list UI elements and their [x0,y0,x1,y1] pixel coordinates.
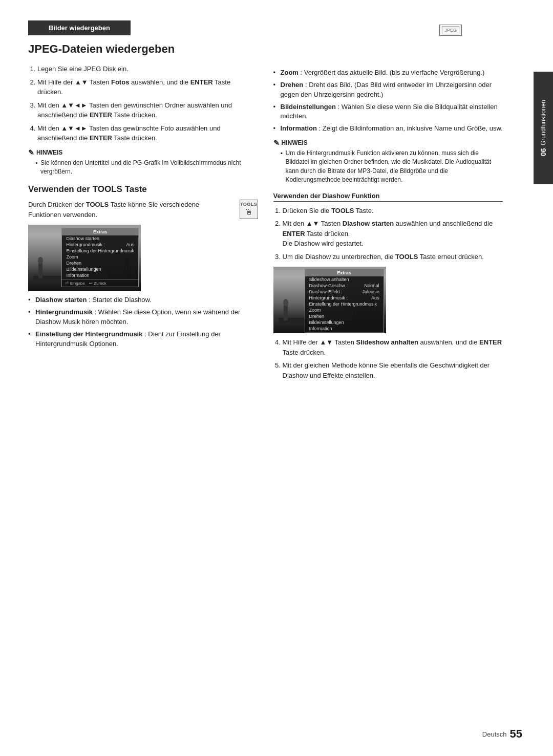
tools-bullet-list: Diashow starten : Startet die Diashow. H… [28,295,258,349]
bullet-zoom: Zoom : Vergrößert das aktuelle Bild. (bi… [273,68,503,78]
hinweis-item-2: Um die Hintergrundmusik Funktion aktivie… [281,149,503,185]
left-column: Legen Sie eine JPEG Disk ein. Mit Hilfe … [28,64,258,385]
page-title: JPEG-Dateien wiedergeben [28,42,503,56]
bullet-diashow: Diashow starten : Startet die Diashow. [28,295,258,305]
bullet-hintergrundmusik: Hintergrundmusik : Wählen Sie diese Opti… [28,308,258,327]
hinweis-label-2: HINWEIS [273,139,503,147]
diashow-continued-steps: Mit Hilfe der ▲▼ Tasten Slideshow anhalt… [273,337,503,380]
menu2-item-5: Zoom [305,307,384,313]
tools-intro: Durch Drücken der TOOLS Taste könne Sie … [28,200,258,220]
menu2-item-3: Hintergrundmusik :Aus [305,295,384,301]
bullet-bildeinstellungen: Bildeinstellungen : Wählen Sie diese wen… [273,102,503,122]
menu2-title: Extras [305,269,384,276]
tools-icon-text: TOOLS [240,202,257,207]
menu1-item-2: Einstellung der Hintergrundmusik [62,248,138,254]
svg-point-2 [38,257,43,264]
menu1-item-1: Hintergrundmusik :Aus [62,242,138,248]
menu1-item-3: Zoom [62,254,138,260]
hinweis-label-1: HINWEIS [28,148,258,157]
menu1-footer: ⏎ Eingabe ↩ Zurück [62,279,138,287]
hinweis-list-1: Sie können den Untertitel und die PG-Gra… [28,159,258,177]
hinweis-box-2: HINWEIS Um die Hintergrundmusik Funktion… [273,139,503,185]
side-tab: 06 Grundfunktionen [534,72,553,184]
menu1-item-4: Drehen [62,260,138,266]
hinweis-item-1: Sie können den Untertitel und die PG-Gra… [35,159,258,177]
bullet-drehen: Drehen : Dreht das Bild. (Das Bild wird … [273,80,503,100]
diashow-title: Verwenden der Diashow Funktion [273,192,503,202]
diashow-step-4: Mit Hilfe der ▲▼ Tasten Slideshow anhalt… [283,337,503,357]
bullet-information: Information : Zeigt die Bildinformation … [273,124,503,134]
menu2-item-8: Information [305,326,384,332]
menu1-item-6: Information [62,272,138,278]
diashow-step-3: Um die Diashow zu unterbrechen, die TOOL… [283,252,503,262]
diashow-step-1: Drücken Sie die TOOLS Taste. [283,206,503,216]
page-container: 06 Grundfunktionen Bilder wiedergeben JP… [0,0,553,756]
step-4: Mit den ▲▼◄► Tasten das gewünschte Foto … [37,123,258,143]
section-header: Bilder wiedergeben [28,20,131,35]
hinweis-box-1: HINWEIS Sie können den Untertitel und di… [28,148,258,177]
menu2-item-2: Diashow-Effekt :Jalousie [305,289,384,295]
step-2: Mit Hilfe der ▲▼ Tasten Fotos auswählen,… [37,77,258,97]
menu1-item-0: Diashow starten [62,235,138,242]
tools-icon: TOOLS 🖱 [240,200,258,219]
diashow-step-5: Mit der gleichen Methode könne Sie ebenf… [283,360,503,380]
steps-list: Legen Sie eine JPEG Disk ein. Mit Hilfe … [28,64,258,143]
menu2-item-6: Drehen [305,313,384,319]
tools-section: Verwenden der TOOLS Taste Durch Drücken … [28,184,258,349]
jpeg-icon: JPEG [439,25,462,36]
footer-language: Deutsch [482,730,507,738]
menu1-title: Extras [62,228,138,235]
main-content: Bilder wiedergeben JPEG JPEG-Dateien wie… [0,0,534,756]
menu2-item-7: Bildeinstellungen [305,319,384,326]
tools-title: Verwenden der TOOLS Taste [28,184,258,195]
step-1: Legen Sie eine JPEG Disk ein. [37,64,258,74]
side-tab-number: 06 [539,148,547,157]
menu1-item-5: Bildeinstellungen [62,266,138,272]
right-column: Zoom : Vergrößert das aktuelle Bild. (bi… [273,64,503,385]
diashow-steps: Drücken Sie die TOOLS Taste. Mit den ▲▼ … [273,206,503,262]
tools-intro-text: Durch Drücken der TOOLS Taste könne Sie … [28,200,233,220]
page-footer: Deutsch 55 [482,727,522,741]
right-bullet-list-1: Zoom : Vergrößert das aktuelle Bild. (bi… [273,68,503,134]
page-number: 55 [510,727,522,741]
bullet-einstellung: Einstellung der Hintergrundmusik : Dient… [28,330,258,349]
menu2-item-4: Einstellung der Hintergrundmusik [305,301,384,307]
menu2-footer: ⏎ Eingabe ↩ Zurück [305,332,384,333]
menu2-item-1: Diashow-Geschw. :Normal [305,283,384,289]
menu-screenshot-container-2: Extras Slideshow anhalten Diashow-Geschw… [273,267,386,333]
diashow-step-2: Mit den ▲▼ Tasten Diashow starten auswäh… [283,219,503,249]
hinweis-list-2: Um die Hintergrundmusik Funktion aktivie… [273,149,503,185]
menu-screenshot-container-1: Extras Diashow starten Hintergrundmusik … [28,225,141,291]
side-tab-label: Grundfunktionen [540,100,547,145]
svg-point-10 [283,299,288,306]
step-3: Mit den ▲▼◄► Tasten den gewünschten Ordn… [37,100,258,120]
two-col-layout: Legen Sie eine JPEG Disk ein. Mit Hilfe … [28,64,503,385]
menu2-item-0: Slideshow anhalten [305,276,384,283]
